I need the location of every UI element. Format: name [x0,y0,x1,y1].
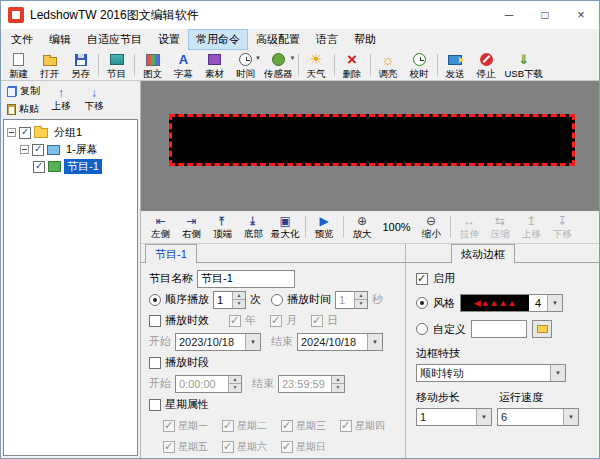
toolbar-button-sensor[interactable]: 传感器 [261,50,296,80]
spin-up-icon[interactable] [355,292,367,300]
wednesday-checkbox[interactable] [281,420,293,432]
stretch-button[interactable]: 拉伸 [454,211,485,243]
program-name-input[interactable] [197,270,295,288]
layer-up-button[interactable]: 上移 [516,211,547,243]
monday-checkbox[interactable] [163,420,175,432]
spin-up-icon[interactable] [229,376,241,384]
custom-border-input[interactable] [471,320,527,338]
layer-down-button[interactable]: 下移 [547,211,578,243]
compress-button[interactable]: 压缩 [485,211,516,243]
spin-down-icon[interactable] [355,299,367,308]
move-up-button[interactable]: 上移 [46,87,76,113]
end-date-picker[interactable]: 2024/10/18 [297,333,383,351]
toolbar-button-weather[interactable]: 天气 [301,50,332,80]
week-property-checkbox[interactable] [149,399,161,411]
style-radio[interactable] [416,297,428,309]
tree-item-group[interactable]: 分组1 [7,124,134,141]
paste-button[interactable]: 粘贴 [4,101,43,117]
tree-checkbox[interactable] [32,144,44,156]
play-duration-radio[interactable] [271,294,283,306]
tree-checkbox[interactable] [33,161,45,173]
program-name-row: 节目名称 [149,268,397,289]
dropdown-arrow-icon[interactable] [290,55,296,61]
spin-down-icon[interactable] [229,383,241,392]
align-left-button[interactable]: 左侧 [145,211,176,243]
copy-icon [7,86,17,97]
maximize-button[interactable]: □ [527,1,563,29]
toolbar-button-delete[interactable]: 删除 [337,50,368,80]
toolbar-button-send[interactable]: 发送 [440,50,471,80]
custom-radio[interactable] [416,323,428,335]
collapse-icon[interactable] [20,145,29,154]
toolbar-button-brightness[interactable]: 调亮 [373,50,404,80]
toolbar-button-usb-download[interactable]: USB下载 [502,50,547,80]
seconds-unit-label: 秒 [372,292,383,307]
toolbar-button-graphic-text[interactable]: 图文 [137,50,168,80]
toolbar-button-time[interactable]: 时间 [230,50,261,80]
border-effect-combo[interactable]: 顺时转动 [416,364,566,382]
menu-item-common-commands[interactable]: 常用命令 [188,29,248,50]
toolbar-button-save-as[interactable]: 另存 [65,50,96,80]
spin-down-icon[interactable] [332,383,344,392]
day-checkbox[interactable] [311,315,323,327]
collapse-icon[interactable] [7,128,16,137]
toolbar-separator [334,54,335,76]
move-step-combo[interactable]: 1 [416,408,492,426]
month-label: 月 [286,313,297,328]
end-time-spinner[interactable]: 23:59:59 [278,375,345,393]
month-checkbox[interactable] [270,315,282,327]
align-top-button[interactable]: 顶端 [207,211,238,243]
toolbar-button-subtitle[interactable]: 字幕 [168,50,199,80]
menu-item-edit[interactable]: 编辑 [41,29,79,50]
toolbar-button-stop[interactable]: 停止 [471,50,502,80]
minimize-button[interactable]: ─ [491,1,527,29]
play-preview-icon [319,214,328,228]
menu-item-settings[interactable]: 设置 [150,29,188,50]
tab-program-1[interactable]: 节目-1 [145,244,197,263]
tuesday-checkbox[interactable] [222,420,234,432]
spin-down-icon[interactable] [233,299,245,308]
thursday-checkbox[interactable] [340,420,352,432]
sequential-count-spinner[interactable]: 1 [213,291,246,309]
run-speed-combo[interactable]: 6 [497,408,579,426]
tab-dazzle-border[interactable]: 炫动边框 [451,244,515,263]
zoom-in-button[interactable]: 放大 [347,211,378,243]
play-timeslot-checkbox[interactable] [149,357,161,369]
browse-button[interactable] [532,320,552,338]
play-duration-spinner[interactable]: 1 [335,291,368,309]
close-button[interactable]: × [563,1,599,29]
zoom-out-button[interactable]: 缩小 [416,211,447,243]
start-time-spinner[interactable]: 0:00:00 [175,375,242,393]
align-right-button[interactable]: 右侧 [176,211,207,243]
year-checkbox[interactable] [229,315,241,327]
tree-item-program[interactable]: 节目-1 [33,158,134,175]
preview-button[interactable]: 预览 [309,211,340,243]
toolbar-button-open[interactable]: 打开 [34,50,65,80]
friday-checkbox[interactable] [163,441,175,453]
enable-border-checkbox[interactable] [416,273,428,285]
saturday-checkbox[interactable] [222,441,234,453]
spin-up-icon[interactable] [233,292,245,300]
move-down-button[interactable]: 下移 [79,87,109,113]
sequential-play-radio[interactable] [149,294,161,306]
sunday-checkbox[interactable] [281,441,293,453]
toolbar-button-clock-sync[interactable]: 校时 [404,50,435,80]
maximize-area-button[interactable]: 最大化 [269,211,302,243]
menu-item-adaptive-program[interactable]: 自适应节目 [79,29,150,50]
spin-up-icon[interactable] [332,376,344,384]
align-bottom-button[interactable]: 底部 [238,211,269,243]
start-date-picker[interactable]: 2023/10/18 [175,333,261,351]
menu-item-language[interactable]: 语言 [308,29,346,50]
tree-checkbox[interactable] [19,127,31,139]
tree-item-screen[interactable]: 1-屏幕 [20,141,134,158]
menu-item-file[interactable]: 文件 [3,29,41,50]
copy-button[interactable]: 复制 [4,83,43,99]
play-validity-checkbox[interactable] [149,315,161,327]
dropdown-arrow-icon [245,334,260,350]
toolbar-button-material[interactable]: 素材 [199,50,230,80]
toolbar-button-new[interactable]: 新建 [3,50,34,80]
toolbar-button-program[interactable]: 节目 [101,50,132,80]
border-style-combo[interactable]: ◀▲▲▲▲ 4 [460,294,563,312]
menu-item-advanced-config[interactable]: 高级配置 [248,29,308,50]
menu-item-help[interactable]: 帮助 [346,29,384,50]
